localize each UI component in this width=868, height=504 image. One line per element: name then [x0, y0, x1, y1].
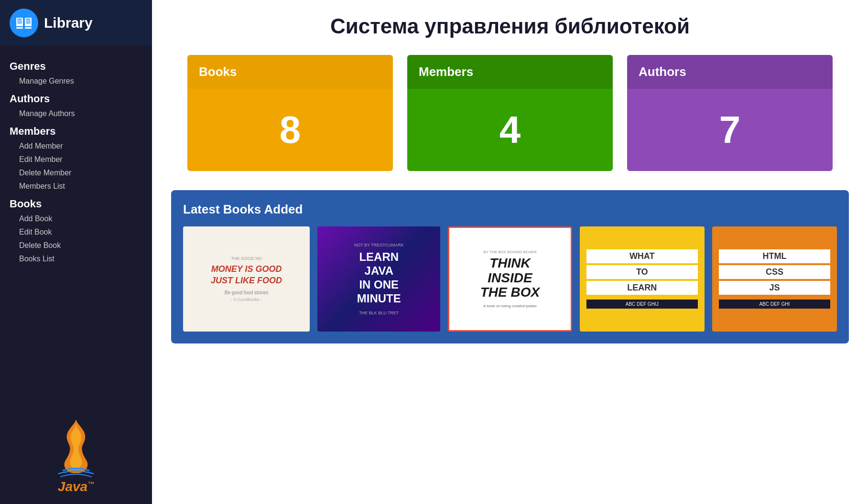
- svg-rect-3: [25, 27, 32, 29]
- stat-card-authors-count: 7: [627, 89, 833, 171]
- svg-rect-4: [17, 19, 22, 20]
- sidebar-item-manage-authors[interactable]: Manage Authors: [0, 107, 152, 120]
- sidebar-item-add-member[interactable]: Add Member: [0, 139, 152, 153]
- sidebar-item-books[interactable]: Books: [0, 193, 152, 212]
- sidebar-item-delete-member[interactable]: Delete Member: [0, 166, 152, 180]
- stat-card-authors[interactable]: Authors 7: [627, 55, 833, 171]
- sidebar-item-authors[interactable]: Authors: [0, 88, 152, 107]
- book1-title: MONEY IS GOODJUST LIKE FOOD: [211, 264, 282, 286]
- latest-books-title: Latest Books Added: [183, 202, 837, 217]
- stat-card-books-count: 8: [187, 89, 393, 171]
- stat-card-members-label: Members: [407, 55, 613, 89]
- book1-top-text: THE GOOD NO: [231, 256, 262, 261]
- book2-footer: THE BLK BLU TRET: [359, 311, 399, 315]
- book3-bytag: BY THE BOX BOXING BOXER: [483, 250, 536, 254]
- main-content: Система управления библиотекой Books 8 M…: [152, 0, 868, 504]
- java-flame-icon: [47, 415, 105, 477]
- sidebar-logo: Library: [0, 0, 152, 46]
- book3-title: THINKINSIDETHE BOX: [480, 256, 540, 300]
- sidebar-item-genres[interactable]: Genres: [0, 55, 152, 75]
- book5-word2: CSS: [719, 265, 830, 279]
- book-cover-think[interactable]: BY THE BOX BOXING BOXER THINKINSIDETHE B…: [448, 226, 572, 332]
- book5-badge: ABC DEF GHI: [719, 300, 830, 309]
- sidebar-item-delete-book[interactable]: Delete Book: [0, 239, 152, 252]
- stat-card-books-label: Books: [187, 55, 393, 89]
- svg-rect-5: [17, 21, 22, 21]
- books-row: THE GOOD NO MONEY IS GOODJUST LIKE FOOD …: [183, 226, 837, 332]
- book-cover-what[interactable]: WHAT TO LEARN ABC DEF GHIJ: [580, 226, 705, 332]
- book5-word1: HTML: [719, 249, 830, 263]
- stat-card-books[interactable]: Books 8: [187, 55, 393, 171]
- book4-word1: WHAT: [586, 249, 698, 263]
- latest-books-section: Latest Books Added THE GOOD NO MONEY IS …: [171, 190, 849, 343]
- stats-row: Books 8 Members 4 Authors 7: [171, 55, 849, 171]
- java-trademark: ™: [87, 480, 94, 488]
- svg-rect-8: [26, 21, 31, 21]
- logo-label: Library: [44, 15, 93, 31]
- sidebar-item-members-list[interactable]: Members List: [0, 180, 152, 193]
- sidebar-item-edit-book[interactable]: Edit Book: [0, 225, 152, 239]
- book2-note: NOT BY TRESTCUMARK: [354, 243, 404, 247]
- java-text-label: Java™: [58, 479, 94, 494]
- book1-sub: Be good food stories: [225, 290, 269, 295]
- book2-title: LEARNJAVAIN ONEMINUTE: [357, 250, 401, 305]
- sidebar-item-edit-member[interactable]: Edit Member: [0, 153, 152, 166]
- stat-card-members[interactable]: Members 4: [407, 55, 613, 171]
- stat-card-members-count: 4: [407, 89, 613, 171]
- book5-word3: JS: [719, 281, 830, 295]
- library-icon: [10, 9, 38, 37]
- book3-sub: A book on being creative'potato: [483, 304, 536, 308]
- sidebar-item-add-book[interactable]: Add Book: [0, 212, 152, 225]
- book-cover-html[interactable]: HTML CSS JS ABC DEF GHI: [712, 226, 837, 332]
- java-logo-area: Java™: [0, 406, 152, 504]
- book-cover-money[interactable]: THE GOOD NO MONEY IS GOODJUST LIKE FOOD …: [183, 226, 310, 332]
- page-title: Система управления библиотекой: [171, 14, 849, 38]
- book4-word3: LEARN: [586, 281, 698, 295]
- svg-rect-9: [26, 22, 31, 23]
- sidebar-item-books-list[interactable]: Books List: [0, 252, 152, 266]
- book4-badge: ABC DEF GHIJ: [586, 300, 698, 309]
- book4-word2: TO: [586, 265, 698, 279]
- stat-card-authors-label: Authors: [627, 55, 833, 89]
- book-cover-java[interactable]: NOT BY TRESTCUMARK LEARNJAVAIN ONEMINUTE…: [317, 226, 440, 332]
- svg-rect-6: [17, 22, 22, 23]
- sidebar-item-members[interactable]: Members: [0, 120, 152, 139]
- svg-rect-7: [26, 19, 31, 20]
- sidebar-item-manage-genres[interactable]: Manage Genres: [0, 75, 152, 88]
- sidebar: Library Genres Manage Genres Authors Man…: [0, 0, 152, 504]
- svg-rect-2: [16, 27, 23, 29]
- book1-author: - S.Goodbooks -: [231, 297, 262, 302]
- sidebar-navigation: Genres Manage Genres Authors Manage Auth…: [0, 46, 152, 406]
